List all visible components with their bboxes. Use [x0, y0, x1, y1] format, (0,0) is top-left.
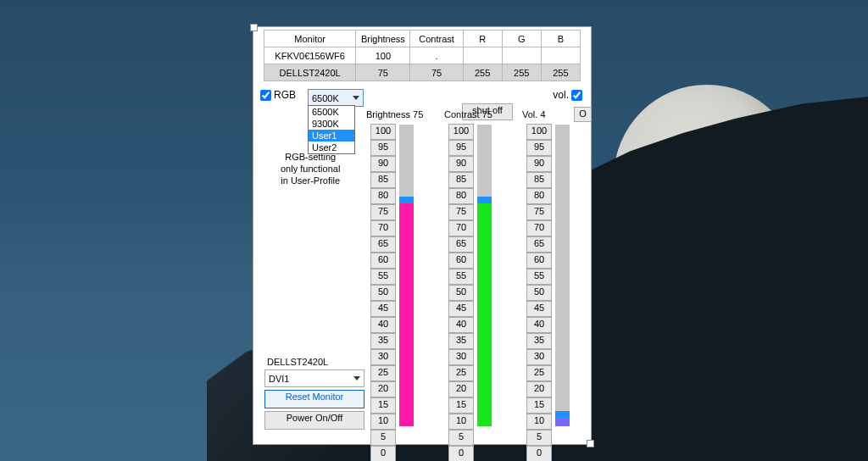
- table-row[interactable]: KFKV0€156WF6100.: [264, 47, 581, 64]
- column-header[interactable]: Monitor: [264, 31, 356, 47]
- scale-button-75[interactable]: 75: [448, 204, 474, 220]
- color-temp-option[interactable]: User1: [309, 130, 354, 142]
- scale-button-70[interactable]: 70: [370, 220, 396, 236]
- scale-button-35[interactable]: 35: [448, 333, 474, 349]
- scale-button-55[interactable]: 55: [370, 269, 396, 285]
- scale-button-65[interactable]: 65: [526, 236, 552, 253]
- scale-button-35[interactable]: 35: [526, 333, 552, 349]
- scale-button-45[interactable]: 45: [370, 301, 396, 317]
- scale-button-95[interactable]: 95: [448, 140, 474, 156]
- resize-grip-br[interactable]: [587, 440, 594, 447]
- vol-checkbox-input[interactable]: [571, 90, 582, 101]
- scale-button-70[interactable]: 70: [526, 220, 552, 236]
- scale-button-80[interactable]: 80: [526, 188, 552, 204]
- scale-button-90[interactable]: 90: [370, 156, 396, 172]
- scale-button-25[interactable]: 25: [526, 365, 552, 381]
- table-row[interactable]: DELLST2420L7575255255255: [264, 64, 581, 81]
- note-line: in User-Profile: [281, 175, 340, 186]
- color-temp-list[interactable]: 6500K9300KUser1User2: [308, 105, 355, 154]
- scale-button-85[interactable]: 85: [448, 172, 474, 188]
- scale-button-25[interactable]: 25: [370, 365, 396, 381]
- scale-button-15[interactable]: 15: [526, 397, 552, 414]
- scale-button-95[interactable]: 95: [370, 140, 396, 156]
- rgb-checkbox-input[interactable]: [260, 90, 271, 101]
- scale-button-80[interactable]: 80: [370, 188, 396, 204]
- scale-button-45[interactable]: 45: [526, 301, 552, 317]
- scale-button-40[interactable]: 40: [448, 317, 474, 333]
- rgb-checkbox[interactable]: RGB: [260, 89, 296, 101]
- volume-track[interactable]: [555, 125, 570, 426]
- scale-button-10[interactable]: 10: [370, 414, 396, 430]
- resize-grip-tl[interactable]: [250, 24, 258, 31]
- scale-button-85[interactable]: 85: [526, 172, 552, 188]
- scale-button-35[interactable]: 35: [370, 333, 396, 349]
- scale-button-45[interactable]: 45: [448, 301, 474, 317]
- scale-button-95[interactable]: 95: [526, 140, 552, 156]
- scale-button-85[interactable]: 85: [370, 172, 396, 188]
- scale-button-10[interactable]: 10: [526, 414, 552, 430]
- column-header[interactable]: Brightness: [356, 31, 410, 47]
- brightness-track[interactable]: [399, 125, 414, 426]
- volume-slider[interactable]: Vol. 4 O 1009590858075706560555045403530…: [526, 108, 579, 125]
- reset-monitor-button[interactable]: Reset Monitor: [264, 390, 364, 408]
- scale-button-60[interactable]: 60: [526, 253, 552, 269]
- scale-button-80[interactable]: 80: [448, 188, 474, 204]
- scale-button-30[interactable]: 30: [448, 349, 474, 365]
- scale-button-100[interactable]: 100: [370, 124, 396, 140]
- scale-button-40[interactable]: 40: [526, 317, 552, 333]
- brightness-slider[interactable]: Brightness 75 10095908580757065605550454…: [370, 108, 423, 125]
- scale-button-0[interactable]: 0: [526, 446, 552, 461]
- scale-button-100[interactable]: 100: [448, 124, 474, 140]
- column-header[interactable]: Contrast: [410, 31, 463, 47]
- scale-button-30[interactable]: 30: [526, 349, 552, 365]
- scale-button-50[interactable]: 50: [526, 285, 552, 301]
- color-temp-option[interactable]: 6500K: [309, 106, 354, 118]
- column-header[interactable]: R: [463, 31, 502, 47]
- volume-o-button[interactable]: O: [574, 107, 592, 122]
- contrast-slider[interactable]: Contrast 75 1009590858075706560555045403…: [448, 108, 501, 125]
- input-source-combo[interactable]: DVI1: [264, 369, 364, 387]
- color-temp-option[interactable]: User2: [309, 142, 354, 153]
- color-temp-combo[interactable]: 6500K 6500K9300KUser1User2: [308, 89, 364, 107]
- scale-button-55[interactable]: 55: [526, 269, 552, 285]
- scale-button-25[interactable]: 25: [448, 365, 474, 381]
- scale-button-65[interactable]: 65: [448, 236, 474, 253]
- scale-button-20[interactable]: 20: [370, 381, 396, 397]
- scale-button-5[interactable]: 5: [526, 430, 552, 446]
- table-cell: DELLST2420L: [264, 64, 356, 81]
- column-header[interactable]: G: [502, 31, 541, 47]
- scale-button-60[interactable]: 60: [448, 253, 474, 269]
- vol-checkbox[interactable]: vol.: [553, 89, 582, 101]
- scale-button-50[interactable]: 50: [370, 285, 396, 301]
- column-header[interactable]: B: [541, 31, 580, 47]
- scale-button-15[interactable]: 15: [370, 397, 396, 414]
- scale-button-90[interactable]: 90: [448, 156, 474, 172]
- scale-button-0[interactable]: 0: [448, 446, 474, 461]
- scale-button-70[interactable]: 70: [448, 220, 474, 236]
- scale-button-5[interactable]: 5: [370, 430, 396, 446]
- table-cell: 75: [356, 64, 410, 81]
- scale-button-75[interactable]: 75: [370, 204, 396, 220]
- contrast-track[interactable]: [477, 125, 492, 426]
- scale-button-5[interactable]: 5: [448, 430, 474, 446]
- scale-button-15[interactable]: 15: [448, 397, 474, 414]
- scale-button-100[interactable]: 100: [526, 124, 552, 140]
- scale-button-40[interactable]: 40: [370, 317, 396, 333]
- scale-button-75[interactable]: 75: [526, 204, 552, 220]
- scale-button-90[interactable]: 90: [526, 156, 552, 172]
- scale-button-50[interactable]: 50: [448, 285, 474, 301]
- volume-thumb[interactable]: [555, 411, 570, 418]
- color-temp-option[interactable]: 9300K: [309, 118, 354, 130]
- scale-button-10[interactable]: 10: [448, 414, 474, 430]
- contrast-thumb[interactable]: [477, 197, 492, 203]
- power-onoff-button[interactable]: Power On/Off: [264, 411, 364, 430]
- color-temp-button[interactable]: 6500K: [308, 89, 364, 107]
- scale-button-60[interactable]: 60: [370, 253, 396, 269]
- brightness-thumb[interactable]: [399, 197, 414, 203]
- scale-button-20[interactable]: 20: [448, 381, 474, 397]
- scale-button-55[interactable]: 55: [448, 269, 474, 285]
- scale-button-20[interactable]: 20: [526, 381, 552, 397]
- scale-button-0[interactable]: 0: [370, 446, 396, 461]
- scale-button-65[interactable]: 65: [370, 236, 396, 253]
- scale-button-30[interactable]: 30: [370, 349, 396, 365]
